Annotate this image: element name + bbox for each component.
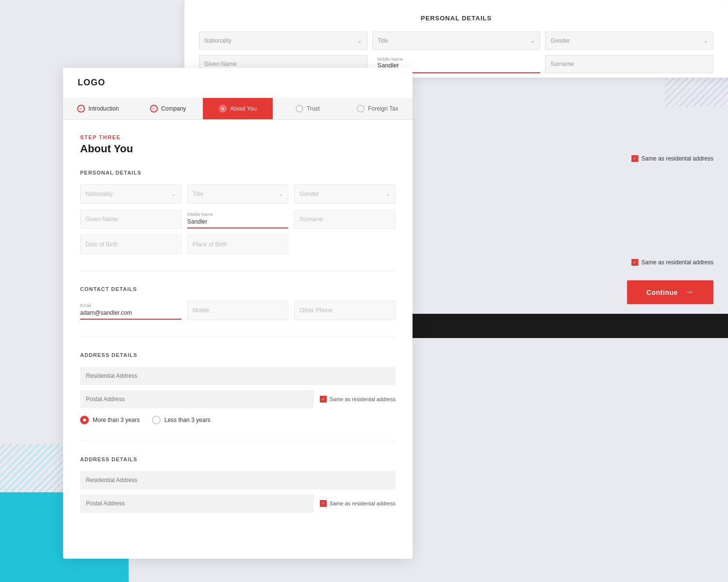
tab-trust-icon	[296, 105, 303, 113]
date-of-birth-input[interactable]	[80, 235, 182, 254]
address-details-title-1: ADDRESS DETAILS	[80, 352, 396, 358]
bg-gender-label: Gender	[550, 37, 570, 44]
surname-field	[294, 210, 396, 229]
tab-trust[interactable]: Trust	[273, 98, 343, 119]
bg-gender-arrow: ⌄	[703, 37, 708, 44]
same-address-check-label-1: Same as residental address	[330, 396, 396, 402]
address-details-section-2: ADDRESS DETAILS ✓ Same as residental add…	[80, 456, 396, 513]
postal-row-1: ✓ Same as residental address	[80, 390, 396, 408]
main-card: LOGO ✓ Introduction ✓ Company ● About Yo…	[63, 68, 413, 559]
title-field: Title ⌄	[187, 184, 289, 204]
title-select[interactable]: Title	[187, 184, 289, 204]
tab-foreign-tax[interactable]: Foreign Tax	[343, 98, 413, 119]
nationality-select[interactable]: Nationality	[80, 184, 182, 204]
radio-less-3-years-btn[interactable]	[152, 416, 161, 424]
gender-select[interactable]: Gender	[294, 184, 396, 204]
bg-gender-select[interactable]: Gender ⌄	[545, 32, 713, 50]
same-address-checkbox-1[interactable]: ✓	[631, 155, 638, 162]
other-phone-field	[294, 301, 396, 320]
tab-trust-label: Trust	[307, 105, 320, 112]
card-content: STEP THREE About You PERSONAL DETAILS Na…	[63, 120, 413, 544]
bg-title-label: Title	[378, 37, 388, 44]
residential-address-wrap-1	[80, 367, 396, 385]
bg-nationality-label: Nationality	[204, 37, 232, 44]
tab-company-icon: ✓	[150, 105, 158, 113]
contact-details-title: CONTACT DETAILS	[80, 286, 396, 292]
bg-title-arrow: ⌄	[530, 37, 535, 44]
logo: LOGO	[78, 78, 105, 87]
navigation-tabs: ✓ Introduction ✓ Company ● About You Tru…	[63, 98, 413, 120]
residential-address-input-1[interactable]	[80, 367, 396, 385]
radio-less-3-years-label: Less than 3 years	[165, 417, 211, 423]
email-label: Email	[80, 303, 91, 308]
date-of-birth-field	[80, 235, 182, 254]
step-label: STEP THREE	[80, 134, 396, 140]
radio-more-3-years-label: More than 3 years	[93, 417, 140, 423]
card-header: LOGO	[63, 68, 413, 98]
continue-arrow-icon: →	[685, 287, 695, 297]
divider-1	[80, 271, 396, 272]
tab-introduction[interactable]: ✓ Introduction	[63, 98, 133, 119]
tab-company-label: Company	[161, 105, 186, 112]
middle-name-label: Middle Name	[187, 212, 213, 217]
tab-introduction-icon: ✓	[77, 105, 85, 113]
same-address-wrap-2: ✓ Same as residental address	[320, 500, 396, 507]
postal-address-wrap-2	[80, 494, 314, 513]
contact-details-section: CONTACT DETAILS Email	[80, 286, 396, 320]
surname-input[interactable]	[294, 210, 396, 229]
postal-address-input-1[interactable]	[80, 390, 314, 408]
same-address-label-1: Same as residental address	[641, 155, 713, 162]
radio-more-3-years[interactable]: More than 3 years	[80, 416, 140, 424]
bg-nationality-select[interactable]: Nationality ⌄	[199, 32, 367, 50]
address-details-section-1: ADDRESS DETAILS ✓ Same as residental add…	[80, 352, 396, 424]
bg-nationality-arrow: ⌄	[357, 37, 362, 44]
postal-address-input-2[interactable]	[80, 494, 314, 513]
tab-company[interactable]: ✓ Company	[133, 98, 203, 119]
same-address-label-2: Same as residental address	[641, 259, 713, 266]
email-input[interactable]	[80, 301, 182, 320]
tab-foreign-tax-icon	[357, 105, 364, 113]
contact-row-1: Email	[80, 301, 396, 320]
divider-3	[80, 441, 396, 442]
other-phone-input[interactable]	[294, 301, 396, 320]
same-address-wrap-1: ✓ Same as residental address	[320, 396, 396, 403]
continue-button[interactable]: Continue →	[627, 280, 713, 304]
continue-label: Continue	[646, 289, 678, 296]
personal-row-2: Middle Name	[80, 210, 396, 229]
bg-surname-field[interactable]: Surname	[545, 55, 713, 73]
personal-details-title: PERSONAL DETAILS	[80, 170, 396, 176]
tab-introduction-label: Introduction	[88, 105, 119, 112]
same-address-check-icon-1[interactable]: ✓	[320, 396, 327, 403]
tab-foreign-tax-label: Foreign Tax	[368, 105, 398, 112]
personal-row-1: Nationality ⌄ Title ⌄ Gender ⌄	[80, 184, 396, 204]
radio-more-3-years-btn[interactable]	[80, 416, 89, 424]
bg-card-title: PERSONAL DETAILS	[199, 15, 713, 22]
tab-about-you[interactable]: ● About You	[203, 98, 273, 119]
given-name-input[interactable]	[80, 210, 182, 229]
address-details-title-2: ADDRESS DETAILS	[80, 456, 396, 462]
email-field: Email	[80, 301, 182, 320]
page-title: About You	[80, 143, 396, 155]
tab-about-you-label: About You	[230, 105, 257, 112]
same-address-check-label-2: Same as residental address	[330, 501, 396, 506]
bg-title-select[interactable]: Title ⌄	[372, 32, 541, 50]
personal-row-3	[80, 235, 396, 254]
background-card: PERSONAL DETAILS Nationality ⌄ Title ⌄ G…	[184, 0, 728, 78]
gender-field: Gender ⌄	[294, 184, 396, 204]
residential-address-input-2[interactable]	[80, 471, 396, 489]
middle-name-field: Middle Name	[187, 210, 289, 229]
bg-middle-name-label: Middle Name	[377, 57, 535, 62]
same-address-checkbox-2[interactable]: ✓	[631, 259, 638, 266]
place-of-birth-field	[187, 235, 289, 254]
radio-less-3-years[interactable]: Less than 3 years	[152, 416, 211, 424]
postal-address-wrap-1	[80, 390, 314, 408]
nationality-field: Nationality ⌄	[80, 184, 182, 204]
bg-surname-label: Surname	[550, 61, 574, 67]
same-address-check-icon-2[interactable]: ✓	[320, 500, 327, 507]
tab-about-you-icon: ●	[219, 105, 227, 113]
place-of-birth-input[interactable]	[187, 235, 289, 254]
mobile-input[interactable]	[187, 301, 289, 320]
mobile-field	[187, 301, 289, 320]
divider-2	[80, 337, 396, 338]
residential-address-wrap-2	[80, 471, 396, 489]
